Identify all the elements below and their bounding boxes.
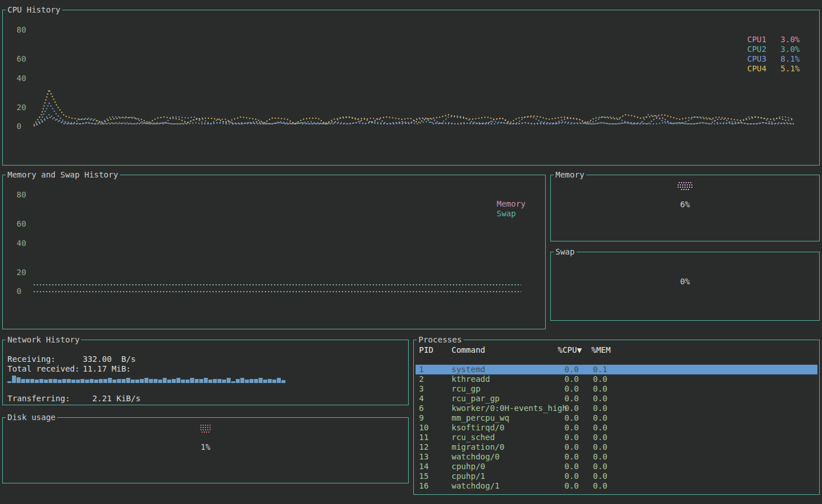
y-tick-label: 20 (17, 103, 36, 112)
process-mem: 0.0 (581, 423, 607, 433)
cpu-legend-value: 8.1% (780, 54, 800, 64)
network-bar (272, 380, 276, 383)
process-cpu: 0.0 (535, 394, 579, 404)
network-bar (53, 379, 57, 383)
column-header-pid[interactable]: PID (419, 345, 433, 355)
cpu-legend-item: CPU23.0% (747, 45, 800, 54)
cpu-legend-item: CPU13.0% (747, 35, 800, 45)
network-bar (108, 378, 112, 383)
network-bar (213, 379, 217, 383)
process-row[interactable]: 1systemd0.00.1 (416, 365, 817, 374)
process-pid: 14 (419, 462, 429, 471)
y-tick-label: 20 (17, 268, 36, 277)
disk-usage-panel: Disk usage 1% (2, 417, 409, 483)
network-bar (190, 378, 194, 383)
network-bar (12, 376, 16, 383)
process-command: rcu_gp (452, 384, 481, 394)
network-bar (254, 379, 258, 383)
process-command: rcu_sched (452, 433, 495, 442)
swap-gauge-panel: Swap 0% (550, 252, 820, 321)
process-row[interactable]: 2kthreadd0.00.0 (416, 374, 817, 384)
y-tick-label: 0 (17, 122, 36, 131)
network-bar (222, 380, 226, 383)
network-bar (217, 379, 221, 383)
process-mem: 0.0 (581, 442, 607, 452)
cpu-legend-label: CPU4 (747, 64, 767, 74)
process-command: rcu_par_gp (452, 394, 499, 404)
memory-swap-history-panel: Memory and Swap History 806040200 Memory… (2, 175, 546, 329)
total-received-value: 11.17 MiB: (83, 364, 131, 373)
y-tick-label: 80 (17, 25, 36, 34)
y-tick-label: 80 (17, 190, 36, 199)
process-mem: 0.0 (581, 394, 607, 404)
process-command: ksoftirqd/0 (452, 423, 505, 433)
process-row[interactable]: 11rcu_sched0.00.0 (416, 433, 817, 442)
memory-gauge-panel: Memory 6% (550, 175, 820, 241)
network-bar (44, 380, 48, 383)
process-cpu: 0.0 (535, 365, 579, 374)
process-command: kthreadd (452, 374, 490, 384)
network-bar (231, 381, 235, 383)
network-bar (99, 379, 103, 383)
memory-swap-legend: MemorySwap (497, 199, 526, 219)
memory-swap-legend-label: Memory (497, 199, 526, 209)
network-bar (277, 378, 281, 383)
process-row[interactable]: 9mm_percpu_wq0.00.0 (416, 413, 817, 423)
process-pid: 11 (419, 433, 429, 442)
cpu-legend-value: 3.0% (780, 45, 800, 54)
process-row[interactable]: 3rcu_gp0.00.0 (416, 384, 817, 394)
y-tick-label: 0 (17, 287, 36, 296)
network-bar (158, 380, 162, 383)
network-history-panel: Network History Receiving: 332.00 B/s To… (2, 340, 409, 405)
process-row[interactable]: 12migration/00.00.0 (416, 442, 817, 452)
network-bar (131, 380, 135, 383)
network-bar (181, 380, 185, 383)
process-row[interactable]: 14cpuhp/00.00.0 (416, 462, 817, 471)
network-bar (94, 380, 98, 383)
process-pid: 13 (419, 452, 429, 462)
process-row[interactable]: 6kworker/0:0H-events_high0.00.0 (416, 404, 817, 413)
process-mem: 0.0 (581, 433, 607, 442)
swap-gauge-title: Swap (554, 247, 577, 256)
process-command: migration/0 (452, 442, 505, 452)
network-bar (80, 379, 84, 383)
process-row[interactable]: 15cpuhp/10.00.0 (416, 471, 817, 481)
network-bar (58, 380, 62, 383)
column-header-command[interactable]: Command (452, 345, 485, 355)
transferring-label: Transferring: (7, 394, 70, 403)
receiving-value: 332.00 B/s (83, 354, 136, 364)
process-mem: 0.0 (581, 374, 607, 384)
cpu-legend: CPU13.0%CPU23.0%CPU38.1%CPU45.1% (747, 35, 800, 74)
network-bar (163, 378, 167, 383)
cpu-legend-item: CPU38.1% (747, 54, 800, 64)
process-cpu: 0.0 (535, 423, 579, 433)
network-bar (208, 380, 212, 383)
network-bar (227, 378, 231, 383)
cpu-history-chart (34, 10, 796, 129)
process-row[interactable]: 10ksoftirqd/00.00.0 (416, 423, 817, 433)
y-tick-label: 60 (17, 219, 36, 228)
memory-gauge-title: Memory (554, 170, 586, 179)
y-tick-label: 40 (17, 74, 36, 83)
network-bar (35, 380, 39, 383)
process-row[interactable]: 16watchdog/10.00.0 (416, 481, 817, 491)
process-pid: 6 (419, 404, 424, 413)
process-pid: 12 (419, 442, 429, 452)
process-cpu: 0.0 (535, 462, 579, 471)
column-header-cpu[interactable]: %CPU▼ (558, 345, 582, 355)
process-pid: 2 (419, 374, 424, 384)
process-command: systemd (452, 365, 485, 374)
disk-usage-title: Disk usage (6, 413, 57, 422)
process-row[interactable]: 4rcu_par_gp0.00.0 (416, 394, 817, 404)
process-pid: 1 (419, 365, 424, 374)
network-bar (195, 379, 199, 383)
cpu-legend-item: CPU45.1% (747, 64, 800, 74)
column-header-mem[interactable]: %MEM (591, 345, 611, 355)
process-mem: 0.0 (581, 452, 607, 462)
processes-panel: Processes PID Command %CPU▼ %MEM 1system… (413, 340, 820, 495)
process-row[interactable]: 13watchdog/00.00.0 (416, 452, 817, 462)
network-bar (186, 380, 190, 383)
process-mem: 0.0 (581, 404, 607, 413)
network-bar (259, 378, 263, 383)
network-bar (67, 379, 71, 383)
